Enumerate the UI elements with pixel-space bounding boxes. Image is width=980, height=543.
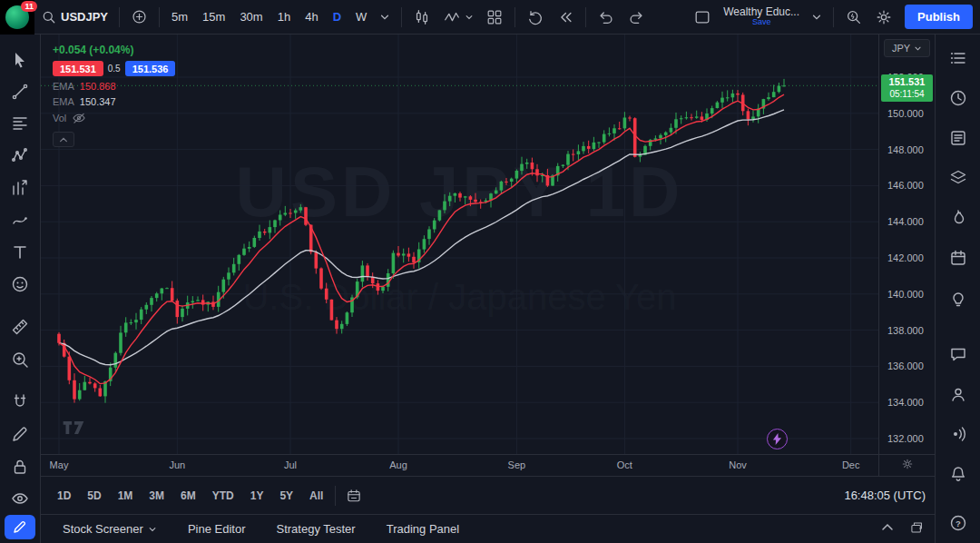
chat-icon[interactable] (943, 342, 974, 367)
symbol-search-button[interactable]: USDJPY (35, 5, 113, 29)
svg-text:?: ? (956, 518, 961, 528)
range-all[interactable]: All (302, 485, 330, 507)
redo-button[interactable] (622, 5, 651, 30)
layout-menu-button[interactable] (806, 8, 828, 26)
legend-collapse-button[interactable] (53, 132, 74, 147)
ideas-icon[interactable] (943, 286, 974, 311)
interval-5m[interactable]: 5m (165, 6, 194, 27)
indicator-legend-ema-fast[interactable]: EMA 150.868 (53, 81, 116, 92)
divider (401, 7, 402, 27)
trend-line-tool[interactable] (5, 79, 35, 104)
tab-strategy-tester[interactable]: Strategy Tester (276, 522, 355, 536)
indicator-legend-ema-slow[interactable]: EMA 150.347 (53, 96, 116, 107)
price-tick: 142.000 (887, 252, 924, 263)
interval-15m[interactable]: 15m (196, 6, 231, 27)
measure-tool[interactable] (5, 315, 35, 340)
panel-collapse-button[interactable] (880, 520, 895, 538)
pattern-tool[interactable] (5, 143, 35, 168)
forecast-tool[interactable] (5, 175, 35, 200)
help-icon[interactable]: ? (943, 510, 974, 535)
magnet-tool[interactable] (5, 390, 35, 414)
boost-button[interactable] (767, 429, 788, 449)
divider (833, 7, 834, 27)
grid-layout-icon (485, 8, 504, 26)
chart-style-button[interactable] (407, 5, 436, 30)
lock-tool[interactable] (5, 454, 35, 479)
interval-4h[interactable]: 4h (299, 6, 324, 27)
widget-toolbar: ? (935, 35, 980, 543)
range-5y[interactable]: 5Y (272, 485, 300, 507)
quick-search-button[interactable] (839, 5, 868, 30)
interval-1h[interactable]: 1h (271, 6, 297, 27)
price-tick: 138.000 (887, 325, 924, 336)
range-3m[interactable]: 3M (142, 485, 172, 507)
pattern-tool-glyph (10, 146, 30, 166)
rewind-icon (556, 8, 574, 26)
range-ytd[interactable]: YTD (205, 485, 241, 507)
sell-button[interactable]: 151.531 (53, 61, 103, 76)
broadcast-icon[interactable] (943, 422, 974, 447)
currency-toggle[interactable]: JPY (884, 39, 930, 57)
chart-pane[interactable]: USD JPY 1D U.S. Dollar / Japanese Yen +0… (41, 35, 878, 454)
undo-button[interactable] (592, 5, 621, 30)
app-logo[interactable]: 11 (0, 0, 34, 35)
range-1d[interactable]: 1D (50, 485, 78, 507)
clock[interactable]: 16:48:05 (UTC) (844, 489, 926, 502)
buy-button[interactable]: 151.536 (125, 61, 176, 76)
fib-retracement-tool[interactable] (5, 112, 35, 136)
hotlists-icon[interactable] (943, 206, 974, 231)
bar-replay-button[interactable] (521, 5, 550, 30)
range-1m[interactable]: 1M (111, 485, 141, 507)
drawing-toolbar (0, 35, 41, 543)
divider (335, 486, 336, 506)
grid-layout-button[interactable] (480, 5, 509, 30)
interval-w[interactable]: W (349, 6, 373, 27)
rewind-button[interactable] (551, 5, 580, 30)
layout-name-button[interactable]: Wealthy Educ... Save (718, 3, 805, 30)
watchlist-icon[interactable] (943, 46, 974, 71)
hide-drawings-tool[interactable] (5, 486, 35, 510)
settings-button[interactable] (869, 5, 898, 30)
time-axis[interactable]: MayJunJulAugSepOctNovDec (41, 454, 878, 476)
goto-date-button[interactable] (340, 484, 368, 508)
interval-d[interactable]: D (327, 6, 348, 27)
calendar-icon[interactable] (943, 246, 974, 271)
panel-maximize-button[interactable] (909, 520, 924, 538)
zoom-tool[interactable] (5, 347, 35, 371)
tradingview-logo-icon (59, 420, 88, 436)
drawing-panel-toggle-glyph (10, 517, 30, 537)
price-scale[interactable]: JPY 152.000150.000148.000146.000144.0001… (878, 35, 935, 454)
scale-settings-button[interactable] (901, 458, 914, 473)
indicator-legend-volume[interactable]: Vol (53, 112, 86, 124)
publish-button[interactable]: Publish (905, 5, 973, 29)
data-window-icon[interactable] (943, 126, 974, 151)
alerts-icon[interactable] (943, 86, 974, 111)
brush-tool[interactable] (5, 208, 35, 232)
tradingview-logo[interactable] (59, 420, 88, 439)
add-symbol-button[interactable] (125, 5, 153, 29)
emoji-tool[interactable] (5, 272, 35, 296)
notifications-icon[interactable] (943, 462, 974, 487)
range-5d[interactable]: 5D (80, 485, 108, 507)
drawing-panel-toggle[interactable] (5, 515, 35, 539)
layout-button[interactable] (688, 5, 717, 30)
tab-pine-editor[interactable]: Pine Editor (188, 522, 246, 536)
text-tool[interactable] (5, 240, 35, 264)
zoom-tool-glyph (10, 350, 30, 370)
interval-30m[interactable]: 30m (233, 6, 269, 27)
range-6m[interactable]: 6M (173, 485, 203, 507)
forecast-tool-glyph (10, 178, 30, 198)
chart-legend: +0.054 (+0.04%) 151.531 0.5 151.536 EMA … (53, 44, 175, 147)
symbol-label: USDJPY (61, 10, 108, 24)
object-tree-icon[interactable] (943, 166, 974, 191)
tab-stock-screener[interactable]: Stock Screener (63, 522, 157, 536)
range-1y[interactable]: 1Y (243, 485, 271, 507)
streams-icon[interactable] (943, 382, 974, 407)
tab-label: Strategy Tester (276, 522, 355, 536)
draw-tool[interactable] (5, 422, 35, 447)
chevron-down-icon (465, 13, 474, 22)
interval-menu-button[interactable] (374, 8, 396, 26)
tab-trading-panel[interactable]: Trading Panel (387, 522, 459, 536)
indicators-button[interactable] (437, 5, 479, 30)
cursor-tool[interactable] (5, 47, 35, 72)
